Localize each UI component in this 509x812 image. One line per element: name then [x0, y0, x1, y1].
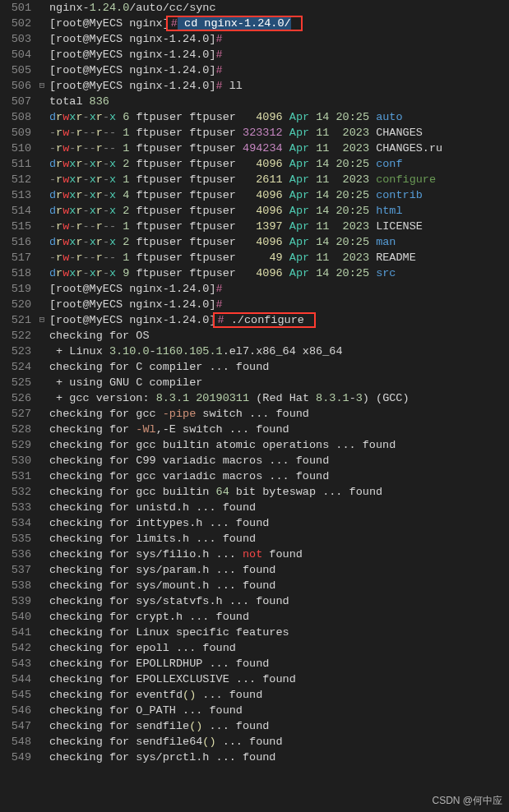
- code-line[interactable]: drwxr-xr-x 2 ftpuser ftpuser 4096 Apr 14…: [49, 203, 509, 219]
- code-line[interactable]: checking for sendfile() ... found: [49, 718, 509, 734]
- line-number-gutter[interactable]: 5015025035045055065075085095105115125135…: [0, 0, 36, 765]
- code-line[interactable]: [root@MyECS nginx-1.24.0]# ./configure: [49, 312, 509, 328]
- code-line[interactable]: checking for sys/mount.h ... found: [49, 578, 509, 593]
- code-line[interactable]: drwxr-xr-x 6 ftpuser ftpuser 4096 Apr 14…: [49, 109, 509, 125]
- code-line[interactable]: checking for gcc -pipe switch ... found: [49, 406, 509, 422]
- code-line[interactable]: checking for sys/prctl.h ... found: [49, 750, 509, 765]
- line-number[interactable]: 504: [3, 47, 31, 62]
- line-number[interactable]: 525: [3, 375, 31, 390]
- fold-toggle[interactable]: [36, 31, 48, 47]
- fold-toggle[interactable]: [36, 609, 48, 625]
- fold-toggle[interactable]: [36, 141, 48, 156]
- code-line[interactable]: checking for C99 variadic macros ... fou…: [49, 453, 509, 468]
- line-number[interactable]: 537: [3, 562, 31, 578]
- line-number[interactable]: 514: [3, 203, 31, 219]
- line-number[interactable]: 523: [3, 344, 31, 359]
- fold-gutter[interactable]: ⊟⊟: [36, 0, 48, 765]
- code-line[interactable]: checking for sendfile64() ... found: [49, 734, 509, 750]
- line-number[interactable]: 541: [3, 625, 31, 640]
- line-number[interactable]: 540: [3, 609, 31, 625]
- code-line[interactable]: [root@MyECS nginx-1.24.0]#: [49, 297, 509, 312]
- fold-toggle[interactable]: [36, 62, 48, 78]
- code-line[interactable]: checking for epoll ... found: [49, 640, 509, 656]
- code-line[interactable]: checking for sys/filio.h ... not found: [49, 547, 509, 562]
- line-number[interactable]: 511: [3, 156, 31, 172]
- fold-toggle[interactable]: [36, 437, 48, 453]
- line-number[interactable]: 542: [3, 640, 31, 656]
- fold-toggle[interactable]: [36, 109, 48, 125]
- line-number[interactable]: 528: [3, 422, 31, 437]
- code-line[interactable]: [root@MyECS nginx-1.24.0]#: [49, 281, 509, 297]
- fold-toggle[interactable]: [36, 671, 48, 687]
- line-number[interactable]: 544: [3, 671, 31, 687]
- line-number[interactable]: 546: [3, 703, 31, 718]
- fold-toggle[interactable]: [36, 453, 48, 468]
- code-line[interactable]: + gcc version: 8.3.1 20190311 (Red Hat 8…: [49, 390, 509, 406]
- fold-toggle[interactable]: [36, 0, 48, 16]
- fold-toggle[interactable]: [36, 718, 48, 734]
- line-number[interactable]: 533: [3, 500, 31, 515]
- line-number[interactable]: 545: [3, 687, 31, 703]
- code-line[interactable]: [root@MyECS nginx-1.24.0]#: [49, 47, 509, 62]
- code-line[interactable]: drwxr-xr-x 4 ftpuser ftpuser 4096 Apr 14…: [49, 187, 509, 203]
- code-line[interactable]: checking for crypt.h ... found: [49, 609, 509, 625]
- line-number[interactable]: 515: [3, 219, 31, 234]
- code-line[interactable]: checking for O_PATH ... found: [49, 703, 509, 718]
- code-line[interactable]: total 836: [49, 94, 509, 109]
- code-line[interactable]: drwxr-xr-x 2 ftpuser ftpuser 4096 Apr 14…: [49, 156, 509, 172]
- fold-toggle[interactable]: ⊟: [36, 78, 48, 94]
- line-number[interactable]: 510: [3, 141, 31, 156]
- line-number[interactable]: 534: [3, 515, 31, 531]
- fold-toggle[interactable]: [36, 187, 48, 203]
- code-line[interactable]: [root@MyECS nginx-1.24.0]# ll: [49, 78, 509, 94]
- fold-toggle[interactable]: [36, 234, 48, 250]
- code-line[interactable]: checking for EPOLLEXCLUSIVE ... found: [49, 671, 509, 687]
- code-area[interactable]: nginx-1.24.0/auto/cc/sync[root@MyECS ngi…: [48, 0, 509, 765]
- line-number[interactable]: 507: [3, 94, 31, 109]
- code-line[interactable]: [root@MyECS nginx-1.24.0]#: [49, 31, 509, 47]
- line-number[interactable]: 519: [3, 281, 31, 297]
- line-number[interactable]: 516: [3, 234, 31, 250]
- line-number[interactable]: 536: [3, 547, 31, 562]
- fold-toggle[interactable]: [36, 500, 48, 515]
- line-number[interactable]: 521: [3, 312, 31, 328]
- code-line[interactable]: checking for unistd.h ... found: [49, 500, 509, 515]
- line-number[interactable]: 503: [3, 31, 31, 47]
- fold-toggle[interactable]: [36, 47, 48, 62]
- fold-toggle[interactable]: [36, 656, 48, 671]
- fold-toggle[interactable]: [36, 172, 48, 187]
- code-line[interactable]: checking for limits.h ... found: [49, 531, 509, 547]
- fold-toggle[interactable]: [36, 265, 48, 281]
- code-line[interactable]: checking for EPOLLRDHUP ... found: [49, 656, 509, 671]
- line-number[interactable]: 539: [3, 593, 31, 609]
- fold-toggle[interactable]: [36, 562, 48, 578]
- line-number[interactable]: 524: [3, 359, 31, 375]
- code-line[interactable]: checking for sys/param.h ... found: [49, 562, 509, 578]
- fold-toggle[interactable]: [36, 625, 48, 640]
- fold-toggle[interactable]: [36, 281, 48, 297]
- fold-toggle[interactable]: [36, 125, 48, 141]
- fold-toggle[interactable]: [36, 640, 48, 656]
- fold-toggle[interactable]: [36, 593, 48, 609]
- line-number[interactable]: 518: [3, 265, 31, 281]
- code-line[interactable]: checking for Linux specific features: [49, 625, 509, 640]
- line-number[interactable]: 513: [3, 187, 31, 203]
- line-number[interactable]: 526: [3, 390, 31, 406]
- code-line[interactable]: + Linux 3.10.0-1160.105.1.el7.x86_64 x86…: [49, 344, 509, 359]
- fold-toggle[interactable]: [36, 359, 48, 375]
- fold-toggle[interactable]: [36, 297, 48, 312]
- line-number[interactable]: 529: [3, 437, 31, 453]
- fold-toggle[interactable]: [36, 328, 48, 344]
- fold-toggle[interactable]: [36, 390, 48, 406]
- fold-toggle[interactable]: [36, 422, 48, 437]
- fold-toggle[interactable]: [36, 375, 48, 390]
- line-number[interactable]: 501: [3, 0, 31, 16]
- line-number[interactable]: 517: [3, 250, 31, 265]
- line-number[interactable]: 530: [3, 453, 31, 468]
- code-line[interactable]: checking for -Wl,-E switch ... found: [49, 422, 509, 437]
- code-line[interactable]: -rw-r--r-- 1 ftpuser ftpuser 49 Apr 11 2…: [49, 250, 509, 265]
- code-line[interactable]: -rwxr-xr-x 1 ftpuser ftpuser 2611 Apr 11…: [49, 172, 509, 187]
- code-editor[interactable]: 5015025035045055065075085095105115125135…: [0, 0, 509, 765]
- code-line[interactable]: -rw-r--r-- 1 ftpuser ftpuser 323312 Apr …: [49, 125, 509, 141]
- code-line[interactable]: checking for gcc builtin 64 bit byteswap…: [49, 484, 509, 500]
